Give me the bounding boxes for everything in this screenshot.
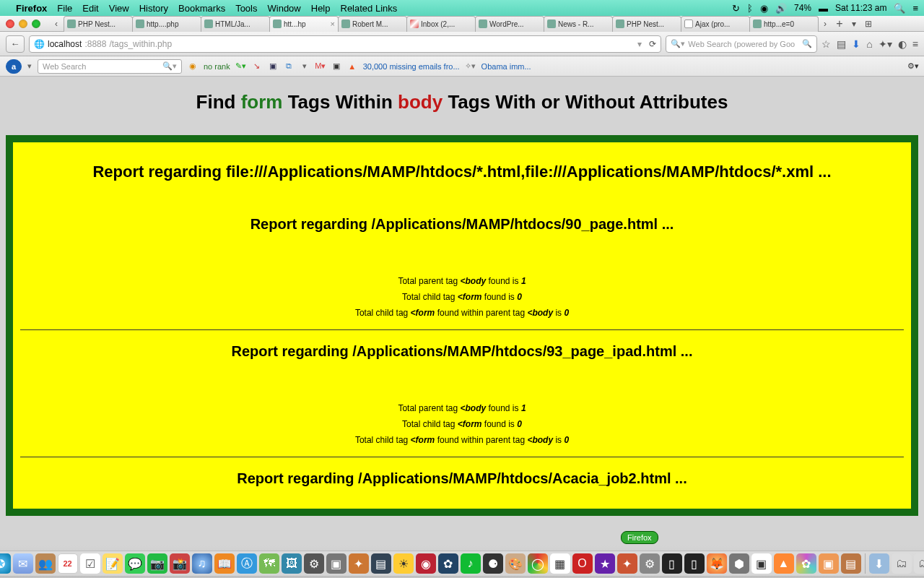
search-go-icon[interactable]: 🔍: [802, 39, 812, 48]
tab-close-icon[interactable]: ×: [331, 20, 335, 28]
downloads-stack-icon[interactable]: ⬇: [869, 553, 889, 574]
dock-app-icon[interactable]: ◉: [416, 553, 436, 574]
itunes-icon[interactable]: ♫: [192, 553, 212, 574]
highlighter-icon[interactable]: ✎▾: [236, 61, 246, 72]
new-tab-button[interactable]: +: [832, 16, 847, 32]
preview-icon[interactable]: 🖼: [282, 553, 302, 574]
browser-tab[interactable]: News - R...: [544, 16, 613, 32]
downloads-icon[interactable]: ⬇: [852, 38, 860, 50]
amazon-icon[interactable]: a: [6, 59, 22, 74]
safari-icon[interactable]: ✪: [0, 553, 11, 574]
dock-app-icon[interactable]: ▣: [751, 553, 772, 574]
dock-app-icon[interactable]: ✿: [438, 553, 458, 574]
tab-scroll-left[interactable]: ‹: [49, 16, 64, 32]
reload-button[interactable]: ⟳: [649, 39, 656, 49]
chrome-icon[interactable]: ◯: [528, 553, 548, 574]
url-bar[interactable]: 🌐 localhost:8888/tags_within.php ▾ ⟳: [29, 35, 661, 53]
menu-icon[interactable]: ≡: [912, 38, 918, 50]
toolbar-search-input[interactable]: Web Search 🔍▾: [38, 59, 182, 74]
dock-app-icon[interactable]: ✦: [617, 553, 637, 574]
menu-help[interactable]: Help: [311, 3, 331, 14]
dock-app-icon[interactable]: ⬢: [729, 553, 749, 574]
mail-icon[interactable]: ✉: [13, 553, 33, 574]
volume-icon[interactable]: 🔊: [775, 3, 787, 14]
browser-tab-active[interactable]: htt...hp×: [269, 16, 339, 32]
bluetooth-icon[interactable]: ᛒ: [747, 3, 753, 14]
picasa-icon[interactable]: ✿: [796, 553, 816, 574]
menu-file[interactable]: File: [57, 3, 72, 14]
browser-tab[interactable]: http....php: [132, 16, 201, 32]
app-menu[interactable]: Firefox: [16, 3, 47, 14]
menu-edit[interactable]: Edit: [82, 3, 98, 14]
dock-app-icon[interactable]: ⚈: [483, 553, 503, 574]
gear-icon[interactable]: ⚙▾: [908, 61, 918, 72]
menu-window[interactable]: Window: [268, 3, 301, 14]
news-icon[interactable]: ▣: [331, 61, 341, 72]
notifications-icon[interactable]: ≡: [912, 3, 918, 14]
search-bar[interactable]: 🔍▾ Web Search (powered by Goo 🔍: [666, 35, 817, 53]
dock-app-icon[interactable]: ▦: [550, 553, 570, 574]
menu-view[interactable]: View: [109, 3, 129, 14]
addons-icon[interactable]: ✦▾: [879, 38, 892, 50]
tab-scroll-right[interactable]: ›: [818, 16, 832, 32]
bookmark-link[interactable]: 30,000 missing emails fro...: [363, 62, 460, 71]
dropdown-icon[interactable]: ▾: [27, 61, 32, 71]
wifi-icon[interactable]: ◉: [760, 3, 768, 14]
reminders-icon[interactable]: ☑: [80, 553, 100, 574]
url-dropdown-icon[interactable]: ▾: [637, 39, 642, 49]
menu-history[interactable]: History: [139, 3, 168, 14]
photobooth-icon[interactable]: 📸: [170, 553, 190, 574]
notes-icon[interactable]: 📝: [103, 553, 123, 574]
dock-app-icon[interactable]: ▤: [841, 553, 861, 574]
vlc-icon[interactable]: ▲: [774, 553, 794, 574]
page-icon[interactable]: ▣: [268, 61, 278, 72]
maps-icon[interactable]: 🗺: [259, 553, 279, 574]
dock-app-icon[interactable]: ▤: [371, 553, 391, 574]
bookmark-star-icon[interactable]: ☆: [821, 38, 831, 50]
dock-app-icon[interactable]: ★: [595, 553, 615, 574]
firefox-icon[interactable]: 🦊: [707, 553, 727, 574]
calendar-icon[interactable]: 22: [58, 553, 78, 574]
gimp-icon[interactable]: 🎨: [505, 553, 526, 574]
browser-tab[interactable]: Robert M...: [338, 16, 407, 32]
terminal-icon[interactable]: ▯: [662, 553, 682, 574]
browser-tab[interactable]: HTML/Ja...: [201, 16, 270, 32]
dock-app-icon[interactable]: ✦: [349, 553, 369, 574]
dock-app-icon[interactable]: ▣: [326, 553, 346, 574]
appstore-icon[interactable]: Ⓐ: [237, 553, 257, 574]
systempreferences-icon[interactable]: ⚙: [640, 553, 660, 574]
dock-folder-icon[interactable]: 🗂: [914, 553, 925, 574]
copy-icon[interactable]: ⧉: [284, 61, 294, 72]
menu-related-links[interactable]: Related Links: [341, 3, 398, 14]
sync-status-icon[interactable]: ◐: [898, 38, 907, 50]
dock-app-icon[interactable]: ▣: [819, 553, 839, 574]
browser-tab[interactable]: WordPre...: [475, 16, 544, 32]
messages-icon[interactable]: 💬: [125, 553, 145, 574]
ibooks-icon[interactable]: 📖: [214, 553, 235, 574]
browser-tab[interactable]: Inbox (2,...: [406, 16, 476, 32]
browser-tab[interactable]: PHP Nest...: [64, 16, 133, 32]
tab-groups-button[interactable]: ⊞: [861, 16, 876, 32]
spotify-icon[interactable]: ♪: [461, 553, 481, 574]
browser-tab[interactable]: PHP Nest...: [612, 16, 681, 32]
tool-icon[interactable]: ✧▾: [466, 61, 476, 72]
dock-folder-icon[interactable]: 🗂: [892, 553, 912, 574]
dock-app-icon[interactable]: ⚙: [304, 553, 324, 574]
flame-icon[interactable]: ▲: [347, 61, 357, 72]
window-close-button[interactable]: [6, 20, 14, 28]
opera-icon[interactable]: O: [572, 553, 593, 574]
back-button[interactable]: ←: [6, 35, 25, 53]
facetime-icon[interactable]: 📷: [147, 553, 167, 574]
dropdown-icon[interactable]: ▾: [300, 61, 310, 72]
window-zoom-button[interactable]: [32, 20, 40, 28]
contacts-icon[interactable]: 👥: [35, 553, 56, 574]
spotlight-icon[interactable]: 🔍: [894, 3, 905, 14]
battery-icon[interactable]: ▬: [819, 3, 828, 14]
reader-icon[interactable]: ▤: [837, 38, 846, 50]
menu-tools[interactable]: Tools: [235, 3, 257, 14]
home-icon[interactable]: ⌂: [866, 38, 872, 50]
gmail-icon[interactable]: M▾: [315, 61, 326, 72]
sync-icon[interactable]: ↻: [732, 3, 740, 14]
browser-tab[interactable]: http...e=0: [749, 16, 819, 32]
search-dropdown-icon[interactable]: 🔍▾: [162, 61, 177, 71]
